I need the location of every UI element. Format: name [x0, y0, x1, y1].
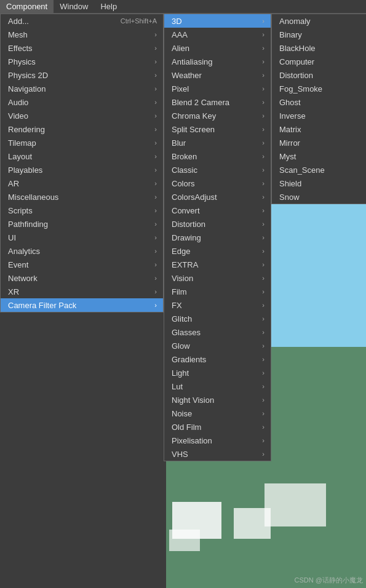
menu-item-scripts[interactable]: Scripts › — [1, 204, 163, 217]
menu-item-pathfinding[interactable]: Pathfinding › — [1, 217, 163, 231]
submenu-item-film[interactable]: Film › — [164, 285, 271, 298]
submenu-item-light[interactable]: Light › — [164, 366, 271, 379]
submenu-item-gradients[interactable]: Gradients › — [164, 352, 271, 366]
menu-item-network[interactable]: Network › — [1, 271, 163, 285]
menu-item-physics2d[interactable]: Physics 2D › — [1, 68, 163, 82]
submenu-item-glow[interactable]: Glow › — [164, 339, 271, 352]
menu-item-audio[interactable]: Audio › — [1, 95, 163, 109]
submenu-item-noise[interactable]: Noise › — [164, 407, 271, 420]
menu-item-navigation[interactable]: Navigation › — [1, 82, 163, 95]
submenu-item-nightvision[interactable]: Night Vision › — [164, 393, 271, 407]
menu-item-ui[interactable]: UI › — [1, 231, 163, 244]
submenu-item-glitch[interactable]: Glitch › — [164, 312, 271, 325]
submenu-item-edge[interactable]: Edge › — [164, 244, 271, 258]
menu-item-xr[interactable]: XR › — [1, 285, 163, 298]
submenu-item-colors[interactable]: Colors › — [164, 177, 271, 190]
menu-item-analytics[interactable]: Analytics › — [1, 244, 163, 258]
submenu-right-snow[interactable]: Snow — [272, 190, 366, 204]
submenu-item-vhs[interactable]: VHS › — [164, 447, 271, 461]
submenu-item-alien[interactable]: Alien › — [164, 41, 271, 55]
submenu-item-vision[interactable]: Vision › — [164, 271, 271, 285]
submenu-item-aaa[interactable]: AAA › — [164, 28, 271, 41]
menu-item-add[interactable]: Add... Ctrl+Shift+A — [1, 14, 163, 28]
submenu-item-weather[interactable]: Weather › — [164, 68, 271, 82]
submenu-distortion-right: Anomaly Binary BlackHole Computer Distor… — [271, 14, 366, 204]
scene-obj-4 — [265, 483, 326, 526]
menu-item-camera-filter-pack[interactable]: Camera Filter Pack › — [1, 298, 163, 312]
submenu-item-blur[interactable]: Blur › — [164, 136, 271, 149]
submenu-item-colorsadjust[interactable]: ColorsAdjust › — [164, 190, 271, 204]
submenu-right-myst[interactable]: Myst — [272, 149, 366, 163]
submenu-item-pixel[interactable]: Pixel › — [164, 82, 271, 95]
submenu-item-blend2camera[interactable]: Blend 2 Camera › — [164, 95, 271, 109]
submenu-right-scanscene[interactable]: Scan_Scene — [272, 163, 366, 177]
submenu-item-drawing[interactable]: Drawing › — [164, 231, 271, 244]
menu-item-mesh[interactable]: Mesh › — [1, 28, 163, 41]
submenu-item-splitscreen[interactable]: Split Screen › — [164, 122, 271, 136]
submenu-item-antialiasing[interactable]: Antialiasing › — [164, 55, 271, 68]
scene-obj-3 — [169, 530, 200, 551]
submenu-item-distortion[interactable]: Distortion › — [164, 217, 271, 231]
submenu-right-inverse[interactable]: Inverse — [272, 109, 366, 122]
menu-item-tilemap[interactable]: Tilemap › — [1, 136, 163, 149]
submenu-item-convert[interactable]: Convert › — [164, 204, 271, 217]
submenu-item-3d-header[interactable]: 3D › — [164, 14, 271, 28]
menu-bar: Component Window Help — [0, 0, 366, 14]
menu-item-video[interactable]: Video › — [1, 109, 163, 122]
submenu-right-anomaly[interactable]: Anomaly — [272, 14, 366, 28]
submenu-item-broken[interactable]: Broken › — [164, 149, 271, 163]
submenu-right-matrix[interactable]: Matrix — [272, 122, 366, 136]
submenu-item-glasses[interactable]: Glasses › — [164, 325, 271, 339]
submenu-right-computer[interactable]: Computer — [272, 55, 366, 68]
submenu-right-distortion[interactable]: Distortion — [272, 68, 366, 82]
menu-bar-window[interactable]: Window — [54, 0, 94, 13]
submenu-right-binary[interactable]: Binary — [272, 28, 366, 41]
submenu-right-blackhole[interactable]: BlackHole — [272, 41, 366, 55]
menu-item-rendering[interactable]: Rendering › — [1, 122, 163, 136]
menu-bar-help[interactable]: Help — [94, 0, 123, 13]
watermark: CSDN @话静的小魔龙 — [295, 576, 363, 585]
submenu-right-mirror[interactable]: Mirror — [272, 136, 366, 149]
submenu-right-ghost[interactable]: Ghost — [272, 95, 366, 109]
submenu-item-classic[interactable]: Classic › — [164, 163, 271, 177]
submenu-item-pixelisation[interactable]: Pixelisation › — [164, 434, 271, 447]
submenu-right-shield[interactable]: Shield — [272, 177, 366, 190]
menu-bar-component[interactable]: Component — [0, 0, 54, 13]
submenu-item-chromakey[interactable]: Chroma Key › — [164, 109, 271, 122]
menu-item-miscellaneous[interactable]: Miscellaneous › — [1, 190, 163, 204]
submenu-right-fogsmoke[interactable]: Fog_Smoke — [272, 82, 366, 95]
submenu-item-fx[interactable]: FX › — [164, 298, 271, 312]
menu-item-effects[interactable]: Effects › — [1, 41, 163, 55]
component-menu: Add... Ctrl+Shift+A Mesh › Effects › Phy… — [0, 14, 164, 312]
menu-item-layout[interactable]: Layout › — [1, 149, 163, 163]
submenu-3d: 3D › AAA › Alien › Antialiasing › Weathe… — [164, 14, 271, 461]
menu-item-physics[interactable]: Physics › — [1, 55, 163, 68]
menu-item-ar[interactable]: AR › — [1, 177, 163, 190]
submenu-item-lut[interactable]: Lut › — [164, 379, 271, 393]
menu-item-event[interactable]: Event › — [1, 258, 163, 271]
menu-item-playables[interactable]: Playables › — [1, 163, 163, 177]
submenu-item-extra[interactable]: EXTRA › — [164, 258, 271, 271]
submenu-item-oldfilm[interactable]: Old Film › — [164, 420, 271, 434]
